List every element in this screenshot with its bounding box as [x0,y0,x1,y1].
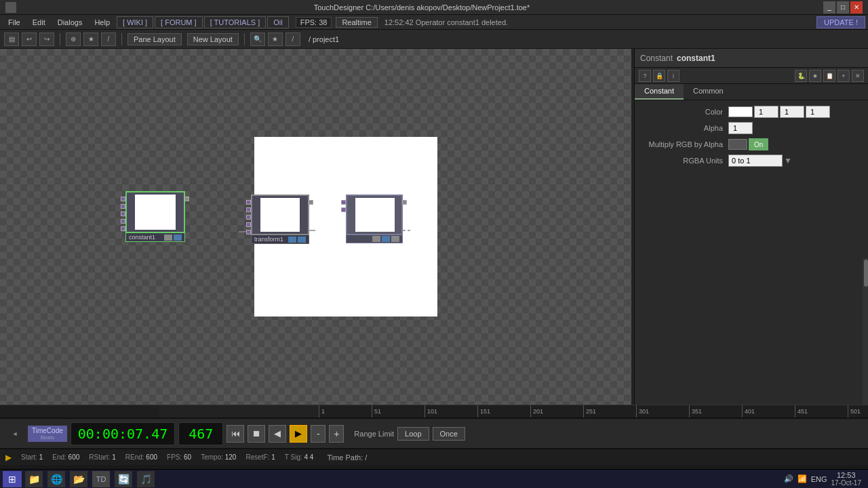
toolbar-btn-6[interactable]: / [101,33,116,46]
panel-icon-close[interactable]: ✕ [852,70,864,82]
timeline-mark-1: 1 [319,405,372,418]
param-color-swatch[interactable] [728,106,753,117]
node-output-flag-1[interactable] [372,236,380,242]
node-output-port-in-1[interactable] [341,200,346,205]
link-forum[interactable]: [ FORUM ] [155,16,203,28]
taskbar-clock[interactable]: 12:53 17-Oct-17 [831,471,861,487]
toolbar-btn-8[interactable]: / [285,33,300,46]
toolbar-btn-1[interactable]: ▤ [4,33,19,46]
node-transform1-flag-2[interactable] [298,237,306,243]
node-transform1-port-in-2[interactable] [246,207,251,212]
node-label-transform1: transform1 [254,236,283,243]
tab-constant[interactable]: Constant [635,84,684,100]
network-editor[interactable]: constant1 [0,49,634,405]
link-tutorials[interactable]: [ TUTORIALS ] [204,16,267,28]
panel-icon-preset[interactable]: 📋 [823,70,835,82]
panel-icon-add[interactable]: + [837,70,850,82]
transport-play[interactable]: ▶ [290,425,307,443]
node-transform1-port-in-4[interactable] [246,222,251,227]
panel-divider[interactable] [631,49,634,405]
node-transform1-port-out[interactable] [309,200,313,205]
node-output-port-in-2[interactable] [341,207,346,212]
node-port-in-1[interactable] [121,197,125,201]
node-port-in-4[interactable] [121,219,125,224]
transport-step-back[interactable]: ◀ [269,425,286,443]
loop-button[interactable]: Loop [397,427,429,441]
toolbar-separator-1 [60,33,60,45]
node-transform1-port-in-5[interactable] [246,230,251,235]
node-constant1[interactable]: constant1 [125,191,185,242]
panel-icon-bookmark[interactable]: ★ [809,70,821,82]
node-output-flag-2[interactable] [382,236,390,242]
param-rgba-select[interactable]: 0 to 1 [728,155,783,167]
close-button[interactable]: ✕ [850,1,863,14]
once-button[interactable]: Once [433,427,465,441]
transport-minus[interactable]: - [311,425,326,443]
node-transform1[interactable]: transform1 [251,195,309,244]
rgba-dropdown-arrow[interactable]: ▼ [784,156,792,165]
param-color-g[interactable]: 1 [780,106,804,118]
param-alpha-value[interactable]: 1 [728,122,753,134]
panel-icon-lock[interactable]: 🔒 [653,70,665,82]
node-transform1-port-in-1[interactable] [246,200,251,205]
taskbar: ⊞ 📁 🌐 📂 TD 🔄 🎵 🔊 📶 ENG 12:53 17-Oct-17 [0,469,868,488]
param-color-b[interactable]: 1 [806,106,830,118]
menu-file[interactable]: File [3,17,26,28]
node-transform1-port-in-3[interactable] [246,215,251,220]
time-mode-button[interactable]: TimeCode Beats [28,426,67,442]
param-row-alpha: Alpha 1 [640,122,863,134]
toolbar-btn-5[interactable]: ★ [83,33,98,46]
transport-stop[interactable]: ⏹ [248,425,265,443]
taskbar-app2[interactable]: 🎵 [137,471,155,487]
taskbar-volume-icon[interactable]: 🔊 [784,474,793,483]
node-flag-1[interactable] [164,235,172,241]
tab-common[interactable]: Common [684,84,733,100]
transport-plus[interactable]: + [329,425,344,443]
toolbar-search[interactable]: 🔍 [250,33,265,46]
taskbar-files[interactable]: 📂 [70,471,87,487]
param-multiply-toggle-off[interactable] [728,139,747,150]
minimize-button[interactable]: _ [823,1,835,14]
toolbar-separator-3 [244,33,245,45]
panel-icon-info[interactable]: i [667,70,679,82]
link-wiki[interactable]: [ WIKI ] [117,16,153,28]
panel-scroll-thumb[interactable] [864,260,868,287]
taskbar-app1[interactable]: 🔄 [115,471,132,487]
status-tempo-label: Tempo: 120 [201,453,236,461]
maximize-button[interactable]: □ [837,1,849,14]
param-color-r[interactable]: 1 [754,106,778,118]
realtime-button[interactable]: Realtime [336,17,377,28]
pane-layout-button[interactable]: Pane Layout [127,33,182,45]
taskbar-folder[interactable]: 📁 [25,471,43,487]
toolbar-btn-2[interactable]: ↩ [22,33,37,46]
menu-dialogs[interactable]: Dialogs [52,17,88,28]
new-layout-button[interactable]: New Layout [187,33,239,45]
node-transform1-flag-1[interactable] [288,237,296,243]
panel-icon-python[interactable]: 🐍 [795,70,807,82]
node-port-in-5[interactable] [121,226,125,231]
toolbar-btn-4[interactable]: ⊕ [66,33,81,46]
node-port-in-2[interactable] [121,204,125,209]
node-output[interactable] [346,195,403,243]
taskbar-network-icon[interactable]: 📶 [797,474,807,483]
transport-skip-start[interactable]: ⏮ [226,425,244,443]
menu-edit[interactable]: Edit [27,17,51,28]
toolbar-btn-3[interactable]: ↪ [39,33,54,46]
start-button[interactable]: ⊞ [3,471,22,487]
node-port-out-1[interactable] [184,197,189,201]
panel-scrollbar[interactable] [863,258,868,405]
taskbar-td[interactable]: TD [92,471,110,487]
node-flag-2[interactable] [174,235,182,241]
node-port-in-3[interactable] [121,211,125,216]
taskbar-browser[interactable]: 🌐 [47,471,65,487]
menu-help[interactable]: Help [89,17,115,28]
param-label-color: Color [640,108,728,116]
toolbar: ▤ ↩ ↪ ⊕ ★ / Pane Layout New Layout 🔍 ★ /… [0,30,868,49]
node-output-flag-3[interactable] [391,236,399,242]
oil-button[interactable]: Oil [267,16,288,28]
param-multiply-toggle-on[interactable]: On [749,138,768,150]
panel-icon-help[interactable]: ? [639,70,651,82]
update-button[interactable]: UPDATE ! [816,16,865,28]
node-output-port-out[interactable] [402,200,407,205]
toolbar-btn-7[interactable]: ★ [268,33,283,46]
